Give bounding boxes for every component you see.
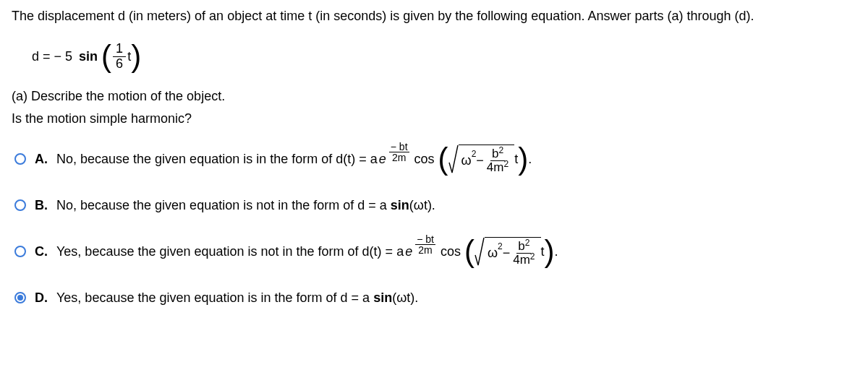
part-a-label: (a) Describe the motion of the object. (12, 89, 856, 104)
option-c-text: Yes, because the given equation is not i… (56, 236, 558, 267)
radio-d[interactable] (14, 292, 26, 303)
radio-b[interactable] (14, 199, 26, 211)
option-c[interactable]: C. Yes, because the given equation is no… (14, 233, 856, 270)
option-d[interactable]: D. Yes, because the given equation is in… (14, 280, 856, 316)
equation-func: sin (75, 49, 101, 64)
sqrt-icon (475, 236, 485, 267)
equation-lhs: d = − 5 (32, 49, 72, 64)
option-a-text: No, because the given equation is in the… (56, 144, 532, 174)
radio-a[interactable] (14, 153, 26, 165)
sub-question: Is the motion simple harmonic? (12, 111, 856, 126)
option-b[interactable]: B. No, because the given equation is not… (14, 187, 856, 223)
option-c-letter: C. (35, 244, 48, 259)
option-b-text: No, because the given equation is not in… (56, 198, 435, 213)
option-d-letter: D. (35, 290, 48, 306)
given-equation: d = − 5 sin ( 1 6 t ) (32, 38, 856, 74)
equation-paren: ( 1 6 t ) (101, 41, 141, 72)
options-group: A. No, because the given equation is in … (14, 141, 856, 316)
option-a-letter: A. (35, 152, 48, 167)
option-d-text: Yes, because the given equation is in th… (56, 290, 418, 306)
problem-prompt: The displacement d (in meters) of an obj… (12, 7, 856, 25)
sqrt-icon (448, 144, 459, 174)
option-a[interactable]: A. No, because the given equation is in … (14, 141, 856, 177)
option-b-letter: B. (35, 198, 48, 213)
radio-c[interactable] (14, 246, 26, 257)
